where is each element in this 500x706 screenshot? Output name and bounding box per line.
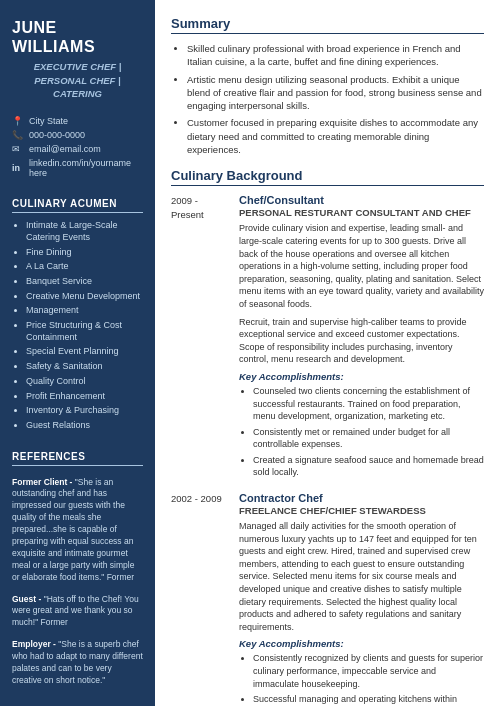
acumen-item: Creative Menu Development [26,291,143,303]
job-date: 2002 - 2009 [171,492,239,706]
accomplishment-item: Successful managing and operating kitche… [253,693,484,706]
acumen-item: Price Structuring & Cost Containment [26,320,143,343]
linkedin-icon: in [12,163,24,173]
job-date: 2009 -Present [171,194,239,482]
jobs-container: 2009 -PresentChef/ConsultantPERSONAL RES… [171,194,484,706]
background-title: Culinary Background [171,168,484,186]
location-icon: 📍 [12,116,24,126]
accomplishments-title: Key Accomplishments: [239,638,484,649]
contact-location: 📍 City State [12,116,143,126]
linkedin-text: linkedin.com/in/yourname here [29,158,143,178]
reference-item: Employer - "She is a superb chef who had… [12,639,143,687]
phone-icon: 📞 [12,130,24,140]
accomplishment-item: Counseled two clients concerning the est… [253,385,484,423]
summary-list: Skilled culinary professional with broad… [171,42,484,156]
acumen-item: Management [26,305,143,317]
summary-item: Customer focused in preparing exquisite … [187,116,484,156]
candidate-name: JUNE WILLIAMS [12,18,143,56]
job-desc2: Recruit, train and supervise high-calibe… [239,316,484,366]
accomplishment-item: Created a signature seafood sauce and ho… [253,454,484,479]
job-content: Chef/ConsultantPERSONAL RESTURANT Consul… [239,194,484,482]
acumen-item: Fine Dining [26,247,143,259]
acumen-item: A La Carte [26,261,143,273]
reference-item: Former Client - "She is an outstanding c… [12,477,143,584]
acumen-item: Inventory & Purchasing [26,405,143,417]
acumen-item: Safety & Sanitation [26,361,143,373]
sidebar: JUNE WILLIAMS EXECUTIVE CHEF | PERSONAL … [0,0,155,706]
acumen-item: Profit Enhancement [26,391,143,403]
contact-phone: 📞 000-000-0000 [12,130,143,140]
accomplishments-list: Consistently recognized by clients and g… [239,652,484,706]
acumen-item: Special Event Planning [26,346,143,358]
acumen-item: Intimate & Large-Scale Catering Events [26,220,143,243]
accomplishments-title: Key Accomplishments: [239,371,484,382]
location-text: City State [29,116,68,126]
job-title: Chef/Consultant [239,194,484,206]
job-title: Contractor Chef [239,492,484,504]
email-icon: ✉ [12,144,24,154]
acumen-list: Intimate & Large-Scale Catering EventsFi… [12,220,143,434]
email-text: email@email.com [29,144,101,154]
accomplishments-list: Counseled two clients concerning the est… [239,385,484,479]
acumen-section-title: CULINARY ACUMEN [12,198,143,213]
job-desc: Provide culinary vision and expertise, l… [239,222,484,310]
job-company: Freelance Chef/Chief Stewardess [239,505,484,516]
acumen-item: Guest Relations [26,420,143,432]
phone-text: 000-000-0000 [29,130,85,140]
job-company: PERSONAL RESTURANT Consultant and Chef [239,207,484,218]
job-entry: 2002 - 2009Contractor ChefFreelance Chef… [171,492,484,706]
references-section-title: References [12,451,143,466]
accomplishment-item: Consistently met or remained under budge… [253,426,484,451]
summary-title: Summary [171,16,484,34]
contact-linkedin: in linkedin.com/in/yourname here [12,158,143,178]
references-section: Former Client - "She is an outstanding c… [12,477,143,697]
candidate-title: EXECUTIVE CHEF | PERSONAL CHEF | CATERIN… [12,60,143,100]
acumen-item: Banquet Service [26,276,143,288]
job-entry: 2009 -PresentChef/ConsultantPERSONAL RES… [171,194,484,482]
job-desc: Managed all daily activities for the smo… [239,520,484,633]
contact-email: ✉ email@email.com [12,144,143,154]
summary-item: Skilled culinary professional with broad… [187,42,484,69]
summary-item: Artistic menu design utilizing seasonal … [187,73,484,113]
accomplishment-item: Consistently recognized by clients and g… [253,652,484,690]
main-content: Summary Skilled culinary professional wi… [155,0,500,706]
contact-section: 📍 City State 📞 000-000-0000 ✉ email@emai… [12,116,143,182]
acumen-item: Quality Control [26,376,143,388]
reference-item: Guest - "Hats off to the Chef! You were … [12,594,143,630]
job-content: Contractor ChefFreelance Chef/Chief Stew… [239,492,484,706]
